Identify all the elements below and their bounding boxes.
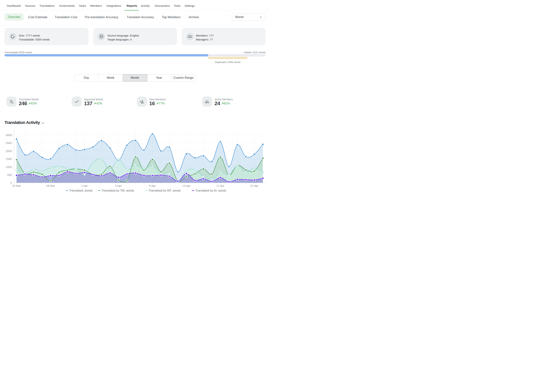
svg-text:13 Apr: 13 Apr: [182, 184, 190, 187]
svg-text:28 Mar: 28 Mar: [46, 184, 55, 187]
svg-text:5 Apr: 5 Apr: [115, 184, 122, 187]
svg-text:9 Apr: 9 Apr: [149, 184, 156, 187]
svg-text:2000: 2000: [6, 149, 12, 153]
svg-text:3000: 3000: [6, 134, 12, 137]
svg-text:1000: 1000: [6, 165, 12, 169]
svg-text:2500: 2500: [6, 141, 12, 144]
svg-text:17 Apr: 17 Apr: [216, 184, 225, 187]
svg-text:21 Apr: 21 Apr: [250, 184, 258, 187]
svg-text:1500: 1500: [6, 157, 12, 160]
svg-text:500: 500: [7, 173, 12, 176]
svg-text:24 Mar: 24 Mar: [12, 184, 21, 187]
svg-text:0: 0: [10, 181, 12, 184]
svg-text:1 Apr: 1 Apr: [81, 184, 88, 187]
